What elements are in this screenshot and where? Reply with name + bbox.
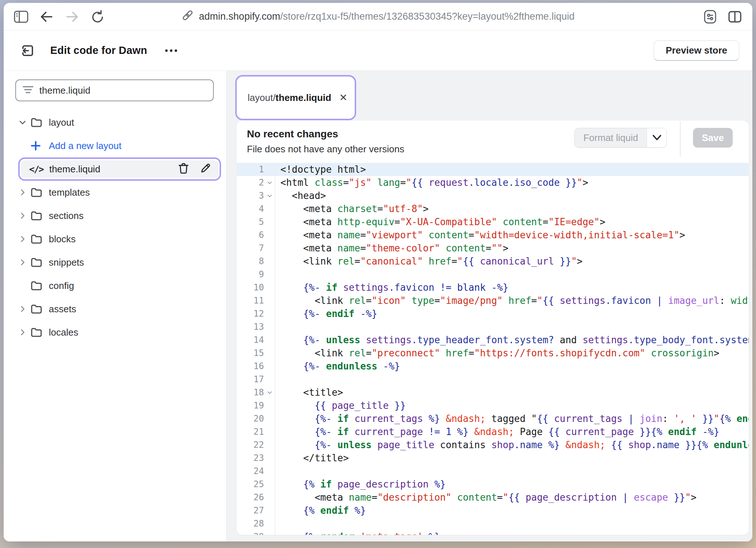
code-line-text[interactable]: <link rel="canonical" href="{{ canonical… (275, 256, 583, 267)
preview-store-button[interactable]: Preview store (654, 40, 739, 61)
line-number: 18 (237, 386, 275, 399)
tree-item-label: theme.liquid (49, 164, 178, 175)
line-number: 12 (237, 307, 275, 320)
code-line-24: 24 (237, 465, 749, 478)
code-line-text[interactable]: <html class="js" lang="{{ request.locale… (275, 177, 588, 188)
line-number: 24 (237, 465, 275, 478)
tree-item-label: blocks (49, 234, 76, 245)
code-line-text[interactable]: <meta name="description" content="{{ pag… (275, 492, 697, 503)
tree-item-locales[interactable]: locales (4, 321, 226, 344)
split-view-icon[interactable] (727, 9, 743, 25)
code-line-text[interactable]: <link rel="preconnect" href="https://fon… (275, 348, 719, 359)
more-menu-icon[interactable] (164, 48, 178, 53)
chevron-down-icon[interactable] (18, 118, 31, 127)
editor-toolbar: No recent changes File does not have any… (237, 121, 749, 157)
search-input[interactable] (39, 85, 206, 96)
code-line-text[interactable]: {% render 'meta-tags' %} (275, 531, 440, 535)
code-editor[interactable]: 1<!doctype html>2<html class="js" lang="… (237, 157, 749, 535)
code-line-text[interactable]: {% if page_description %} (275, 479, 446, 490)
code-line-text[interactable]: {%- if current_page != 1 %} &ndash; Page… (275, 426, 719, 437)
line-number: 20 (237, 412, 275, 425)
chevron-right-icon[interactable] (18, 258, 31, 267)
folder-icon (31, 234, 48, 244)
save-button[interactable]: Save (693, 128, 733, 148)
code-line-text[interactable]: {{ page_title }} (275, 400, 406, 411)
folder-icon (31, 280, 48, 291)
file-search[interactable] (15, 79, 214, 101)
line-number: 1 (237, 163, 275, 176)
code-line-text[interactable]: {%- unless page_title contains shop.name… (275, 439, 749, 450)
sidebar-toggle-icon[interactable] (13, 9, 29, 25)
fold-toggle-icon[interactable] (264, 193, 275, 199)
tree-item-label: locales (49, 327, 78, 338)
code-line-17: 17 (237, 373, 749, 386)
tree-item-blocks[interactable]: blocks (4, 227, 226, 251)
reload-icon[interactable] (90, 9, 106, 25)
tree-item-sections[interactable]: sections (4, 204, 226, 227)
code-line-18: 18 <title> (237, 386, 749, 399)
code-line-text[interactable]: {%- unless settings.type_header_font.sys… (275, 334, 749, 345)
tree-item-theme.liquid-selected[interactable]: </>theme.liquid (18, 157, 221, 181)
fold-toggle-icon[interactable] (264, 390, 275, 396)
code-line-text[interactable]: <link rel="icon" type="image/png" href="… (275, 295, 749, 306)
file-sidebar: layoutAdd a new layout</>theme.liquidtem… (4, 71, 227, 541)
fold-toggle-icon[interactable] (264, 180, 275, 186)
code-line-28: 28 (237, 517, 749, 530)
chevron-down-icon[interactable] (647, 128, 666, 147)
format-liquid-button[interactable]: Format liquid (574, 128, 667, 148)
code-line-3: 3 <head> (237, 189, 749, 202)
tree-item-layout[interactable]: layout (4, 111, 226, 134)
line-number: 17 (237, 373, 275, 386)
tree-item-templates[interactable]: templates (4, 181, 226, 204)
code-line-text[interactable]: {%- if settings.favicon != blank -%} (275, 282, 508, 293)
chevron-right-icon[interactable] (18, 188, 31, 197)
code-line-text[interactable]: <title> (275, 387, 343, 398)
code-line-text[interactable]: <meta name="viewport" content="width=dev… (275, 230, 685, 240)
chevron-right-icon[interactable] (18, 235, 31, 243)
exit-icon[interactable] (20, 43, 36, 59)
code-line-text[interactable]: {% endif %} (275, 505, 366, 516)
tree-item-label: config (49, 280, 74, 291)
page-settings-icon[interactable] (702, 9, 718, 25)
code-line-text[interactable]: <meta name="theme-color" content=""> (275, 243, 508, 254)
code-line-text[interactable]: {%- endunless -%} (275, 361, 400, 372)
address-bar[interactable]: admin.shopify.com/store/rzq1xu-f5/themes… (181, 3, 574, 30)
tree-item-assets[interactable]: assets (4, 297, 226, 321)
code-line-text[interactable]: {%- endif -%} (275, 308, 377, 319)
code-line-text[interactable]: <head> (275, 190, 326, 201)
tab-theme-liquid[interactable]: layout/theme.liquid ✕ (235, 75, 356, 120)
code-line-text[interactable]: </title> (275, 453, 349, 463)
folder-icon (31, 210, 48, 221)
code-line-7: 7 <meta name="theme-color" content=""> (237, 242, 749, 255)
chevron-right-icon[interactable] (18, 211, 31, 220)
code-line-text[interactable]: {%- if current_tags %} &ndash; tagged "{… (275, 413, 749, 424)
tree-item-label: templates (49, 187, 90, 198)
code-line-text[interactable]: <meta charset="utf-8"> (275, 203, 429, 214)
add-new-layout-link[interactable]: Add a new layout (4, 134, 226, 157)
tree-item-label: snippets (49, 257, 84, 268)
code-line-2: 2<html class="js" lang="{{ request.local… (237, 176, 749, 189)
chevron-right-icon[interactable] (18, 305, 31, 313)
format-liquid-label: Format liquid (575, 128, 647, 147)
delete-file-icon[interactable] (178, 163, 189, 176)
tree-item-snippets[interactable]: snippets (4, 251, 226, 274)
tree-item-label: Add a new layout (49, 140, 121, 152)
back-arrow-icon[interactable] (39, 9, 55, 25)
url-path: /store/rzq1xu-f5/themes/132683530345?key… (280, 11, 574, 22)
chevron-right-icon[interactable] (18, 328, 31, 337)
line-number: 22 (237, 438, 275, 451)
rename-file-icon[interactable] (200, 163, 211, 175)
folder-icon (31, 304, 48, 314)
folder-icon (31, 327, 48, 338)
line-number: 8 (237, 255, 275, 268)
forward-arrow-icon[interactable] (64, 9, 80, 25)
code-line-19: 19 {{ page_title }} (237, 399, 749, 412)
code-line-text[interactable]: <meta http-equiv="X-UA-Compatible" conte… (275, 216, 605, 227)
line-number: 29 (237, 530, 275, 535)
code-line-text[interactable]: <!doctype html> (275, 164, 366, 175)
line-number: 7 (237, 242, 275, 255)
code-line-12: 12 {%- endif -%} (237, 307, 749, 320)
line-number: 28 (237, 517, 275, 530)
tree-item-config[interactable]: config (4, 274, 226, 297)
close-tab-icon[interactable]: ✕ (339, 92, 347, 103)
